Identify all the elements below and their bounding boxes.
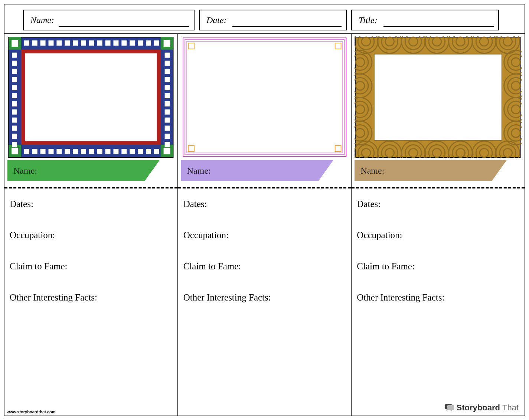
svg-rect-47 — [12, 85, 17, 90]
svg-rect-58 — [165, 77, 170, 82]
header-name-label: Name: — [30, 15, 54, 25]
svg-rect-39 — [130, 149, 135, 154]
svg-rect-55 — [165, 53, 170, 58]
svg-rect-50 — [12, 109, 17, 115]
header-title-line — [383, 26, 494, 27]
svg-rect-45 — [12, 69, 17, 74]
claim-label-1: Claim to Fame: — [10, 261, 172, 272]
svg-marker-150 — [450, 410, 452, 412]
svg-rect-56 — [165, 61, 170, 66]
name-banner-2[interactable]: Name: — [181, 160, 348, 181]
svg-rect-42 — [154, 149, 159, 154]
svg-rect-8 — [164, 148, 170, 154]
name-label-1: Name: — [13, 166, 37, 176]
svg-rect-18 — [97, 40, 102, 46]
dashed-separator-2 — [178, 183, 351, 191]
dates-label-2: Dates: — [183, 199, 346, 209]
svg-rect-33 — [81, 149, 86, 154]
worksheet-page: Name: Date: Title: — [4, 4, 525, 416]
svg-rect-9 — [24, 40, 29, 46]
name-label-3: Name: — [360, 166, 384, 176]
name-banner-3[interactable]: Name: — [355, 160, 522, 181]
occupation-label-1: Occupation: — [10, 230, 172, 240]
svg-rect-46 — [12, 77, 17, 82]
facts-label-3: Other Interesting Facts: — [357, 292, 519, 303]
svg-rect-31 — [65, 149, 70, 154]
svg-rect-29 — [49, 149, 54, 154]
svg-rect-53 — [12, 134, 17, 139]
svg-rect-149 — [447, 405, 454, 410]
svg-rect-5 — [12, 40, 18, 47]
svg-rect-12 — [49, 40, 54, 46]
info-block-1: Dates: Occupation: Claim to Fame: Other … — [4, 191, 177, 416]
svg-rect-57 — [165, 69, 170, 74]
header-name-line — [59, 26, 189, 27]
svg-rect-23 — [138, 40, 143, 46]
svg-rect-43 — [12, 53, 17, 58]
header-date-box[interactable]: Date: — [199, 10, 347, 30]
svg-rect-48 — [12, 93, 17, 98]
svg-rect-64 — [165, 126, 170, 131]
frame-3 — [352, 34, 525, 160]
svg-rect-60 — [165, 93, 170, 98]
svg-rect-59 — [165, 85, 170, 90]
svg-rect-40 — [138, 149, 143, 154]
svg-rect-145 — [374, 54, 502, 141]
svg-rect-63 — [165, 118, 170, 123]
header-name-box[interactable]: Name: — [23, 10, 195, 30]
decorative-frame-3 — [355, 36, 522, 158]
svg-rect-49 — [12, 101, 17, 106]
occupation-label-3: Occupation: — [357, 230, 519, 240]
svg-rect-38 — [121, 149, 127, 154]
svg-rect-22 — [130, 40, 135, 46]
svg-rect-25 — [154, 40, 159, 46]
svg-rect-14 — [65, 40, 70, 46]
card-column-1: Name: Dates: Occupation: Claim to Fame: … — [4, 33, 177, 416]
svg-rect-35 — [97, 149, 102, 154]
body-row: Name: Dates: Occupation: Claim to Fame: … — [4, 33, 525, 416]
header-title-label: Title: — [359, 15, 378, 25]
svg-rect-68 — [25, 53, 157, 141]
svg-rect-51 — [12, 118, 17, 123]
frame-1 — [4, 34, 177, 160]
claim-label-2: Claim to Fame: — [183, 261, 346, 272]
svg-rect-30 — [56, 149, 62, 154]
svg-rect-44 — [12, 61, 17, 66]
decorative-frame-2 — [181, 36, 348, 158]
svg-rect-16 — [81, 40, 86, 46]
name-label-2: Name: — [187, 166, 211, 176]
svg-rect-62 — [165, 109, 170, 115]
footer-url: www.storyboardthat.com — [7, 410, 56, 414]
header-date-label: Date: — [206, 15, 227, 25]
brand-b: That — [502, 403, 519, 413]
decorative-frame-1 — [7, 36, 174, 158]
svg-rect-19 — [105, 40, 111, 46]
svg-rect-36 — [105, 149, 111, 154]
card-column-2: Name: Dates: Occupation: Claim to Fame: … — [177, 33, 351, 416]
svg-rect-10 — [32, 40, 37, 46]
svg-rect-24 — [146, 40, 151, 46]
card-column-3: Name: Dates: Occupation: Claim to Fame: … — [351, 33, 525, 416]
name-banner-1[interactable]: Name: — [7, 160, 174, 181]
header-date-line — [232, 26, 342, 27]
claim-label-3: Claim to Fame: — [357, 261, 519, 272]
dashed-separator-3 — [352, 183, 525, 191]
header-title-box[interactable]: Title: — [351, 10, 499, 30]
svg-rect-72 — [187, 42, 342, 153]
svg-rect-6 — [164, 40, 170, 47]
svg-rect-52 — [12, 126, 17, 131]
svg-rect-66 — [165, 142, 170, 147]
svg-rect-37 — [113, 149, 118, 154]
svg-rect-54 — [12, 142, 17, 147]
footer-logo: StoryboardThat — [445, 403, 519, 413]
dates-label-3: Dates: — [357, 199, 519, 209]
svg-rect-17 — [89, 40, 94, 46]
header-row: Name: Date: Title: — [4, 4, 525, 33]
svg-rect-61 — [165, 101, 170, 106]
info-block-3: Dates: Occupation: Claim to Fame: Other … — [352, 191, 525, 416]
svg-rect-27 — [32, 149, 37, 154]
svg-rect-34 — [89, 149, 94, 154]
svg-rect-20 — [113, 40, 118, 46]
frame-2 — [178, 34, 351, 160]
dates-label-1: Dates: — [10, 199, 172, 209]
